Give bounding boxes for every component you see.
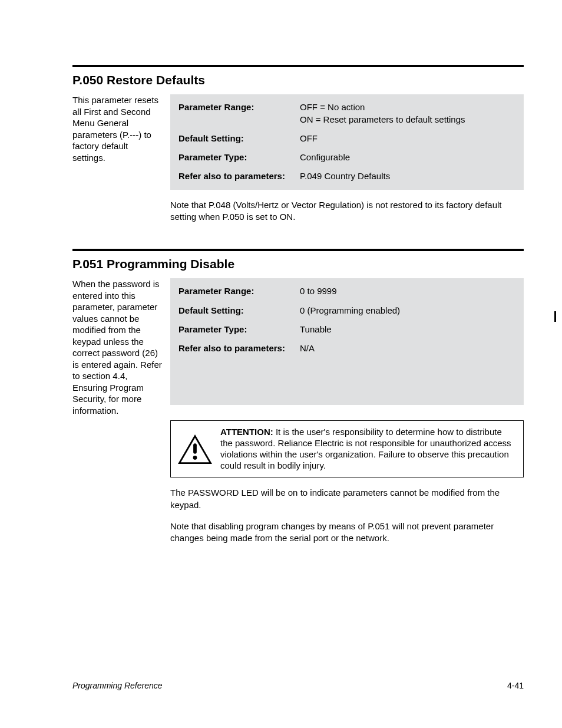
warning-icon bbox=[177, 433, 213, 465]
param-label: Parameter Range: bbox=[178, 285, 300, 297]
param-value: Tunable bbox=[300, 324, 515, 335]
rule bbox=[72, 65, 524, 67]
section-p050: P.050 Restore Defaults This parameter re… bbox=[72, 65, 524, 223]
sidenote-p051: When the password is entered into this p… bbox=[72, 278, 162, 416]
param-label: Default Setting: bbox=[178, 133, 300, 144]
param-table-p051: Parameter Range: 0 to 9999 Default Setti… bbox=[170, 278, 524, 405]
param-value: OFF = No action ON = Reset parameters to… bbox=[300, 101, 515, 126]
param-label: Parameter Range: bbox=[178, 101, 300, 126]
param-label: Refer also to parameters: bbox=[178, 170, 300, 182]
param-row: Refer also to parameters: N/A bbox=[170, 339, 524, 358]
attention-text: ATTENTION: It is the user's responsibili… bbox=[220, 427, 515, 471]
param-row: Parameter Type: Tunable bbox=[170, 320, 524, 339]
svg-rect-2 bbox=[193, 443, 197, 453]
note: Note that P.048 (Volts/Hertz or Vector R… bbox=[170, 199, 524, 223]
param-row: Parameter Type: Configurable bbox=[170, 148, 524, 167]
param-row: Default Setting: 0 (Programming enabled) bbox=[170, 301, 524, 320]
section-p051: P.051 Programming Disable When the passw… bbox=[72, 249, 524, 544]
param-row: Parameter Range: OFF = No action ON = Re… bbox=[170, 98, 524, 129]
param-value: N/A bbox=[300, 342, 515, 354]
param-value: OFF bbox=[300, 133, 515, 144]
param-row: Parameter Range: 0 to 9999 bbox=[170, 282, 524, 301]
footer-title: Programming Reference bbox=[72, 680, 163, 691]
param-label: Default Setting: bbox=[178, 305, 300, 317]
svg-point-3 bbox=[193, 456, 197, 460]
rule bbox=[72, 249, 524, 251]
param-row: Default Setting: OFF bbox=[170, 129, 524, 148]
param-label: Refer also to parameters: bbox=[178, 342, 300, 354]
param-value: P.049 Country Defaults bbox=[300, 170, 515, 182]
sidenote-p050: This parameter resets all First and Seco… bbox=[72, 94, 162, 163]
param-label: Parameter Type: bbox=[178, 324, 300, 335]
footer: Programming Reference 4-41 bbox=[72, 680, 524, 691]
heading-p050: P.050 Restore Defaults bbox=[72, 72, 524, 88]
param-table-p050: Parameter Range: OFF = No action ON = Re… bbox=[170, 94, 524, 189]
change-bar bbox=[554, 311, 556, 322]
param-value: Configurable bbox=[300, 151, 515, 163]
page-number: 4-41 bbox=[507, 680, 524, 691]
note: The PASSWORD LED will be on to indicate … bbox=[170, 487, 524, 511]
param-value: 0 (Programming enabled) bbox=[300, 305, 515, 317]
note: Note that disabling program changes by m… bbox=[170, 521, 524, 545]
attention-box: ATTENTION: It is the user's responsibili… bbox=[170, 420, 524, 477]
param-value: 0 to 9999 bbox=[300, 285, 515, 297]
heading-p051: P.051 Programming Disable bbox=[72, 256, 524, 272]
param-row: Refer also to parameters: P.049 Country … bbox=[170, 167, 524, 186]
param-label: Parameter Type: bbox=[178, 151, 300, 163]
